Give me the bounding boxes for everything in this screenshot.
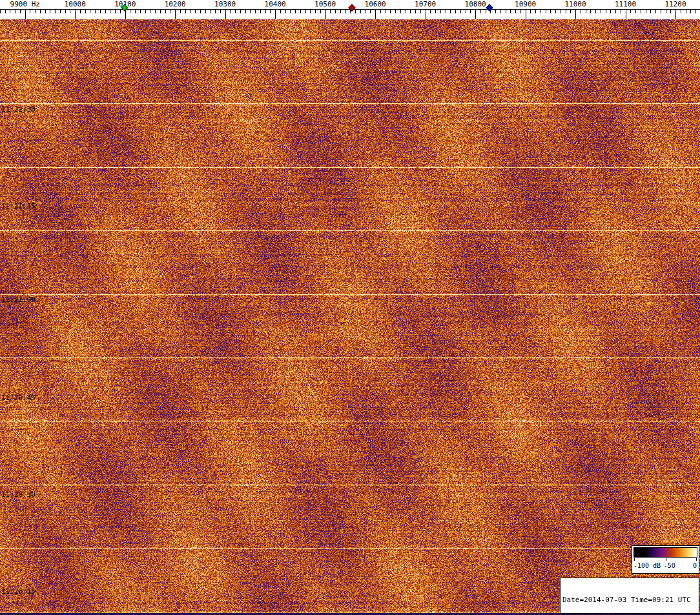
freq-tick-label: 10600	[365, 0, 386, 8]
info-date-line: Date=2014-07-03 Time=09:21 UTC	[562, 596, 697, 604]
time-label: 11:21:15	[1, 203, 36, 210]
freq-tick-label: 11000	[565, 0, 586, 8]
freq-tick-label: 10000	[65, 0, 86, 8]
freq-tick-label: 10900	[515, 0, 536, 8]
waterfall-display: 9900 Hz100001010010200103001040010500106…	[0, 0, 700, 615]
status-info-box: Date=2014-07-03 Time=09:21 UTC Freq=143 …	[560, 578, 699, 614]
waterfall-spectrogram[interactable]	[0, 19, 700, 615]
legend-tick-min	[634, 558, 635, 561]
time-label: 11:20:30	[1, 491, 36, 499]
color-gradient-bar	[633, 547, 697, 558]
legend-labels: -100 dB -50 0	[632, 562, 699, 571]
freq-tick-label: 11100	[615, 0, 636, 8]
time-label: 11:21:00	[1, 296, 36, 304]
legend-label-max: 0	[693, 562, 697, 569]
freq-tick-label: 10700	[415, 0, 436, 8]
legend-label-min: -100 dB	[633, 562, 661, 569]
time-label: 11:21:30	[1, 106, 36, 114]
freq-tick-label: 10800	[465, 0, 486, 8]
legend-tick-max	[696, 558, 697, 561]
freq-tick-label: 9900 Hz	[10, 0, 40, 8]
color-scale-legend: -100 dB -50 0	[632, 545, 699, 574]
time-label: 11:20:45	[1, 394, 36, 402]
legend-label-mid: -50	[664, 562, 675, 569]
freq-tick-label: 10500	[314, 0, 336, 8]
freq-tick-label: 11200	[664, 0, 686, 8]
time-label: 11:20:15	[1, 588, 36, 596]
freq-tick-label: 10400	[265, 0, 286, 8]
frequency-ruler[interactable]: 9900 Hz100001010010200103001040010500106…	[0, 0, 700, 19]
freq-tick-label: 10300	[214, 0, 236, 8]
legend-tick-mid	[666, 558, 666, 561]
freq-tick-label: 10200	[165, 0, 186, 8]
